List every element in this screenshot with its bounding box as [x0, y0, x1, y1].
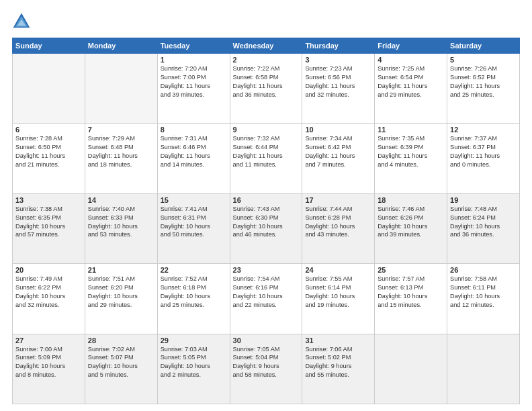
calendar-day: 29Sunrise: 7:03 AM Sunset: 5:05 PM Dayli…	[157, 334, 230, 404]
day-number: 1	[161, 56, 227, 64]
calendar-day: 9Sunrise: 7:32 AM Sunset: 6:44 PM Daylig…	[230, 124, 302, 193]
day-info: Sunrise: 7:55 AM Sunset: 6:14 PM Dayligh…	[305, 275, 371, 310]
day-number: 18	[378, 196, 444, 204]
day-info: Sunrise: 7:43 AM Sunset: 6:30 PM Dayligh…	[233, 205, 300, 240]
day-info: Sunrise: 7:35 AM Sunset: 6:39 PM Dayligh…	[378, 134, 444, 169]
calendar-day	[447, 334, 520, 404]
day-number: 7	[88, 126, 154, 134]
day-number: 10	[305, 126, 371, 134]
calendar-day: 12Sunrise: 7:37 AM Sunset: 6:37 PM Dayli…	[447, 124, 520, 193]
day-info: Sunrise: 7:02 AM Sunset: 5:07 PM Dayligh…	[88, 345, 154, 380]
day-info: Sunrise: 7:54 AM Sunset: 6:16 PM Dayligh…	[233, 275, 300, 310]
logo	[12, 12, 34, 31]
header	[12, 12, 520, 31]
calendar-day: 20Sunrise: 7:49 AM Sunset: 6:22 PM Dayli…	[13, 264, 85, 334]
day-number: 8	[161, 126, 227, 134]
day-number: 26	[450, 266, 517, 274]
calendar-day: 27Sunrise: 7:00 AM Sunset: 5:09 PM Dayli…	[13, 334, 85, 404]
day-info: Sunrise: 7:20 AM Sunset: 7:00 PM Dayligh…	[161, 64, 227, 99]
calendar-day: 7Sunrise: 7:29 AM Sunset: 6:48 PM Daylig…	[85, 124, 157, 193]
calendar-table: SundayMondayTuesdayWednesdayThursdayFrid…	[12, 38, 520, 404]
day-info: Sunrise: 7:44 AM Sunset: 6:28 PM Dayligh…	[305, 205, 371, 240]
day-info: Sunrise: 7:05 AM Sunset: 5:04 PM Dayligh…	[233, 345, 300, 380]
day-number: 30	[233, 336, 300, 345]
day-number: 14	[88, 196, 154, 204]
calendar-day: 2Sunrise: 7:22 AM Sunset: 6:58 PM Daylig…	[230, 54, 302, 124]
weekday-header: Sunday	[13, 38, 85, 54]
weekday-header: Saturday	[447, 38, 520, 54]
day-number: 27	[15, 336, 82, 345]
day-number: 16	[233, 196, 300, 204]
week-row: 13Sunrise: 7:38 AM Sunset: 6:35 PM Dayli…	[13, 193, 520, 263]
calendar-day: 31Sunrise: 7:06 AM Sunset: 5:02 PM Dayli…	[302, 334, 375, 404]
day-number: 13	[15, 196, 82, 204]
day-info: Sunrise: 7:32 AM Sunset: 6:44 PM Dayligh…	[233, 134, 300, 169]
day-number: 15	[161, 196, 227, 204]
week-row: 1Sunrise: 7:20 AM Sunset: 7:00 PM Daylig…	[13, 54, 520, 124]
day-number: 6	[15, 126, 82, 134]
day-number: 25	[378, 266, 444, 274]
day-number: 19	[450, 196, 517, 204]
day-number: 3	[305, 56, 371, 64]
calendar-day: 13Sunrise: 7:38 AM Sunset: 6:35 PM Dayli…	[13, 193, 85, 263]
day-number: 2	[233, 56, 300, 64]
calendar-day: 26Sunrise: 7:58 AM Sunset: 6:11 PM Dayli…	[447, 264, 520, 334]
calendar-day: 5Sunrise: 7:26 AM Sunset: 6:52 PM Daylig…	[447, 54, 520, 124]
day-info: Sunrise: 7:46 AM Sunset: 6:26 PM Dayligh…	[378, 205, 444, 240]
day-info: Sunrise: 7:51 AM Sunset: 6:20 PM Dayligh…	[88, 275, 154, 310]
calendar-day: 28Sunrise: 7:02 AM Sunset: 5:07 PM Dayli…	[85, 334, 157, 404]
calendar-day: 3Sunrise: 7:23 AM Sunset: 6:56 PM Daylig…	[302, 54, 375, 124]
calendar-day: 1Sunrise: 7:20 AM Sunset: 7:00 PM Daylig…	[157, 54, 230, 124]
weekday-header: Friday	[375, 38, 447, 54]
day-info: Sunrise: 7:40 AM Sunset: 6:33 PM Dayligh…	[88, 205, 154, 240]
calendar-day: 8Sunrise: 7:31 AM Sunset: 6:46 PM Daylig…	[157, 124, 230, 193]
day-number: 24	[305, 266, 371, 274]
weekday-header: Wednesday	[230, 38, 302, 54]
week-row: 6Sunrise: 7:28 AM Sunset: 6:50 PM Daylig…	[13, 124, 520, 193]
day-number: 17	[305, 196, 371, 204]
calendar-day: 14Sunrise: 7:40 AM Sunset: 6:33 PM Dayli…	[85, 193, 157, 263]
day-info: Sunrise: 7:23 AM Sunset: 6:56 PM Dayligh…	[305, 64, 371, 99]
calendar-day	[85, 54, 157, 124]
day-info: Sunrise: 7:37 AM Sunset: 6:37 PM Dayligh…	[450, 134, 517, 169]
day-info: Sunrise: 7:41 AM Sunset: 6:31 PM Dayligh…	[161, 205, 227, 240]
calendar-day: 16Sunrise: 7:43 AM Sunset: 6:30 PM Dayli…	[230, 193, 302, 263]
day-number: 11	[378, 126, 444, 134]
calendar-day	[375, 334, 447, 404]
day-info: Sunrise: 7:34 AM Sunset: 6:42 PM Dayligh…	[305, 134, 371, 169]
day-info: Sunrise: 7:28 AM Sunset: 6:50 PM Dayligh…	[15, 134, 82, 169]
day-info: Sunrise: 7:29 AM Sunset: 6:48 PM Dayligh…	[88, 134, 154, 169]
day-number: 21	[88, 266, 154, 274]
weekday-header: Thursday	[302, 38, 375, 54]
day-number: 20	[15, 266, 82, 274]
calendar-day: 11Sunrise: 7:35 AM Sunset: 6:39 PM Dayli…	[375, 124, 447, 193]
day-number: 12	[450, 126, 517, 134]
weekday-header: Tuesday	[157, 38, 230, 54]
calendar-day: 30Sunrise: 7:05 AM Sunset: 5:04 PM Dayli…	[230, 334, 302, 404]
calendar-day: 6Sunrise: 7:28 AM Sunset: 6:50 PM Daylig…	[13, 124, 85, 193]
calendar-day: 10Sunrise: 7:34 AM Sunset: 6:42 PM Dayli…	[302, 124, 375, 193]
day-info: Sunrise: 7:49 AM Sunset: 6:22 PM Dayligh…	[15, 275, 82, 310]
day-info: Sunrise: 7:38 AM Sunset: 6:35 PM Dayligh…	[15, 205, 82, 240]
calendar-day: 23Sunrise: 7:54 AM Sunset: 6:16 PM Dayli…	[230, 264, 302, 334]
logo-icon	[12, 12, 31, 31]
day-info: Sunrise: 7:06 AM Sunset: 5:02 PM Dayligh…	[305, 345, 371, 380]
calendar-day	[13, 54, 85, 124]
day-info: Sunrise: 7:52 AM Sunset: 6:18 PM Dayligh…	[161, 275, 227, 310]
day-number: 28	[88, 336, 154, 345]
day-info: Sunrise: 7:03 AM Sunset: 5:05 PM Dayligh…	[161, 345, 227, 380]
day-info: Sunrise: 7:57 AM Sunset: 6:13 PM Dayligh…	[378, 275, 444, 310]
calendar-day: 22Sunrise: 7:52 AM Sunset: 6:18 PM Dayli…	[157, 264, 230, 334]
week-row: 20Sunrise: 7:49 AM Sunset: 6:22 PM Dayli…	[13, 264, 520, 334]
calendar-day: 17Sunrise: 7:44 AM Sunset: 6:28 PM Dayli…	[302, 193, 375, 263]
day-number: 23	[233, 266, 300, 274]
weekday-header-row: SundayMondayTuesdayWednesdayThursdayFrid…	[13, 38, 520, 54]
day-number: 5	[450, 56, 517, 64]
day-info: Sunrise: 7:25 AM Sunset: 6:54 PM Dayligh…	[378, 64, 444, 99]
calendar-day: 15Sunrise: 7:41 AM Sunset: 6:31 PM Dayli…	[157, 193, 230, 263]
calendar-day: 4Sunrise: 7:25 AM Sunset: 6:54 PM Daylig…	[375, 54, 447, 124]
calendar-day: 19Sunrise: 7:48 AM Sunset: 6:24 PM Dayli…	[447, 193, 520, 263]
calendar-day: 18Sunrise: 7:46 AM Sunset: 6:26 PM Dayli…	[375, 193, 447, 263]
day-number: 31	[305, 336, 371, 345]
day-number: 4	[378, 56, 444, 64]
